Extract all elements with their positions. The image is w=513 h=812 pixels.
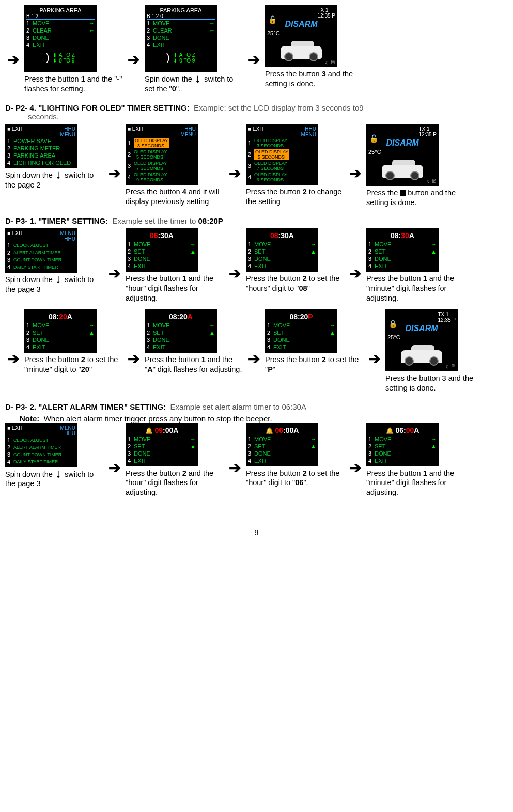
section-4-row: ■ EXITMENUHHU 1CLOCK ADJUST 2ALERT ALARM… [5, 423, 508, 498]
caption-2: Spin down the ⭣ switch to set the "0". [145, 74, 243, 94]
s3-step2: 06:30A 1MOVE→ 2SET▲ 3DONE 4EXIT Press th… [126, 228, 224, 303]
arrow-icon: ➔ [7, 30, 19, 68]
s3-step3: 08:30A 1MOVE→ 2SET▲ 3DONE 4EXIT Press th… [246, 228, 344, 293]
s2-step4: TX 112:35 P 🔓 DISARM 25°C ♫ 🖹 Press the … [366, 124, 464, 208]
arrow-icon: ➔ [128, 335, 139, 367]
bell-icon: 🔔 [145, 427, 153, 434]
s3-step4: 08:30A 1MOVE→ 2SET▲ 3DONE 4EXIT Press th… [366, 228, 464, 303]
caption-3: Press the button 3 and the setting is do… [265, 69, 363, 89]
timer-screen-1: 06:30A 1MOVE→ 2SET▲ 3DONE 4EXIT [126, 228, 198, 272]
s3-step1: ■ EXITMENUHHU 1CLOCK ADJUST 2ALERT ALARM… [5, 228, 103, 294]
disarm-screen: TX 112:35 P 🔓 DISARM 25°C ♫ 🖹 [385, 309, 458, 371]
heading-p2-4: D- P2- 4. "LIGHTING FOR OLED" TIMER SETT… [5, 103, 508, 121]
atoz: A TO Z [59, 52, 75, 58]
s3-cap4: Press the button 1 and the "minute" digi… [366, 274, 464, 303]
arrow-icon: ➔ [108, 249, 120, 282]
s4-cap4: Press the button 1 and the "minute" digi… [366, 469, 464, 498]
disarm-screen: TX 112:35 P 🔓 DISARM 25°C ♫ 🖹 [366, 124, 439, 186]
s2-cap3: Press the button 2 to change the setting [246, 187, 344, 207]
arrow-icon: ➔ [108, 444, 120, 476]
arrow-icon: ➔ [349, 249, 361, 282]
s4-cap1: Spin down the ⭣ switch to the page 3 [5, 470, 103, 489]
s2-step1: ■ EXITHHUMENU 1POWER SAVE 2PARKING METER… [5, 124, 103, 190]
s2-cap1: Spin down the ⭣ switch to the page 2 [5, 170, 103, 190]
tx-label: TX 1 [318, 7, 329, 13]
s4-cap2: Press the button 2 and the "hour" digit … [126, 469, 224, 498]
stop-icon [400, 190, 406, 196]
disarm-title: DISARM [267, 20, 335, 29]
arrow-icon: ➔ [128, 30, 139, 68]
parking-screen-2: PARKING AREA B 1 2 0 1MOVE→ 2CLEAR← 3DON… [145, 5, 217, 72]
s4-step4: 🔔 06:00A 1MOVE→ 2SET▲ 3DONE 4EXIT Press … [366, 423, 464, 498]
heading-p3-1: D- P3- 1. "TIMER" SETTING: Example set t… [5, 216, 508, 225]
lock-icon: 🔓 [369, 134, 378, 143]
phone-icon: ) [46, 52, 50, 64]
arrow-icon: ➔ [229, 249, 241, 282]
s2-step3: ■ EXITHHUMENU 1OLED DISPLAY 3 SECONDS 2O… [246, 124, 344, 207]
lock-icon: 🔓 [388, 320, 397, 328]
s3-cap5: Press the button 2 to set the "minute" d… [24, 355, 122, 374]
down-icon: ⬇ [53, 58, 57, 64]
opt-move: MOVE [33, 20, 49, 26]
menu-page3-screen: ■ EXITMENUHHU 1CLOCK ADJUST 2ALERT ALARM… [5, 423, 77, 467]
arrow-icon: ➔ [349, 149, 361, 182]
spin-down-icon: ⭣ [55, 470, 63, 479]
page-number: 9 [5, 528, 508, 537]
phone-icon: ) [166, 52, 170, 64]
arrow-icon: ➔ [108, 149, 120, 182]
status-icons: ♫ 🖹 [325, 59, 335, 65]
screen-title: PARKING AREA [26, 7, 95, 13]
section-1-row: ➔ PARKING AREA B 1 2 1MOVE→ 2CLEAR← 3DON… [5, 5, 508, 94]
alarm-screen-1: 🔔 09:00A 1MOVE→ 2SET▲ 3DONE 4EXIT [126, 423, 198, 466]
opt-exit: EXIT [33, 42, 45, 48]
down-icon: ⬇ [173, 58, 177, 64]
car-icon [278, 38, 324, 61]
section-3-row1: ■ EXITMENUHHU 1CLOCK ADJUST 2ALERT ALARM… [5, 228, 508, 303]
timer-screen-6: 08:20P 1MOVE→ 2SET▲ 3DONE 4EXIT [265, 309, 337, 353]
spin-down-icon: ⭣ [55, 170, 63, 180]
s2-step2: ■ EXITHHUMENU 1OLED DISPLAY 3 SECONDS 2O… [126, 124, 224, 207]
timer-screen-3: 08:30A 1MOVE→ 2SET▲ 3DONE 4EXIT [366, 228, 439, 272]
alarm-screen-3: 🔔 06:00A 1MOVE→ 2SET▲ 3DONE 4EXIT [366, 423, 439, 466]
time-label: 12:35 P [318, 13, 335, 19]
s2-cap2: Press the button 4 and it will display p… [126, 187, 224, 207]
temp-label: 25°C [267, 30, 335, 36]
s3-cap6: Press the button 1 and the "A" digit fla… [145, 355, 243, 374]
heading-sub: seconds. [28, 112, 508, 121]
car-icon [379, 157, 426, 180]
bell-icon: 🔔 [386, 427, 394, 434]
zto9: 0 TO 9 [59, 58, 74, 64]
s4-step3: 🔔 06:00A 1MOVE→ 2SET▲ 3DONE 4EXIT Press … [246, 423, 344, 488]
s3-cap3: Press the button 2 to set the "hours" di… [246, 274, 344, 293]
step-1: PARKING AREA B 1 2 1MOVE→ 2CLEAR← 3DONE … [24, 5, 122, 94]
s3-step6: 08:20A 1MOVE→ 2SET▲ 3DONE 4EXIT Press th… [145, 309, 243, 374]
menu-page2-screen: ■ EXITHHUMENU 1POWER SAVE 2PARKING METER… [5, 124, 77, 168]
arrow-icon: ➔ [7, 335, 19, 367]
arrow-icon: ➔ [229, 444, 241, 476]
section-3-row2: ➔ 08:20A 1MOVE→ 2SET▲ 3DONE 4EXIT Press … [5, 309, 508, 393]
s3-cap7: Press the button 2 to set the "P" [265, 355, 363, 374]
step-3: TX 112:35 P 🔓 DISARM 25°C ♫ 🖹 Press the … [265, 5, 363, 89]
spin-down-icon: ⭣ [194, 74, 202, 84]
s3-cap8: Press the button 3 and the setting is do… [385, 373, 484, 393]
b120-text: B 1 2 0 [147, 13, 215, 20]
parking-screen-1: PARKING AREA B 1 2 1MOVE→ 2CLEAR← 3DONE … [24, 5, 97, 72]
alarm-screen-2: 🔔 06:00A 1MOVE→ 2SET▲ 3DONE 4EXIT [246, 423, 318, 466]
disarm-screen: TX 112:35 P 🔓 DISARM 25°C ♫ 🖹 [265, 5, 337, 67]
arrow-icon: ➔ [248, 30, 260, 68]
s4-step1: ■ EXITMENUHHU 1CLOCK ADJUST 2ALERT ALARM… [5, 423, 103, 489]
timer-screen-4: 08:20A 1MOVE→ 2SET▲ 3DONE 4EXIT [24, 309, 97, 353]
bell-icon: 🔔 [266, 427, 273, 434]
section-2-row: ■ EXITHHUMENU 1POWER SAVE 2PARKING METER… [5, 124, 508, 208]
step-2: PARKING AREA B 1 2 0 1MOVE→ 2CLEAR← 3DON… [145, 5, 243, 94]
car-icon [398, 342, 445, 366]
arrow-icon: ➔ [248, 335, 260, 367]
note-line: Note: When alert alarm timer trigger pre… [20, 414, 508, 423]
heading-p3-2: D- P3- 2. "ALERT ALARM TIMER" SETTING: E… [5, 402, 508, 411]
spin-down-icon: ⭣ [55, 275, 63, 285]
arrow-icon: ➔ [368, 335, 380, 367]
s3-cap2: Press the button 1 and the "hour" digit … [126, 274, 224, 303]
up-icon: ⬆ [53, 52, 57, 58]
oled-screen-2: ■ EXITHHUMENU 1OLED DISPLAY 3 SECONDS 2O… [246, 124, 318, 185]
opt-done: DONE [33, 35, 49, 41]
